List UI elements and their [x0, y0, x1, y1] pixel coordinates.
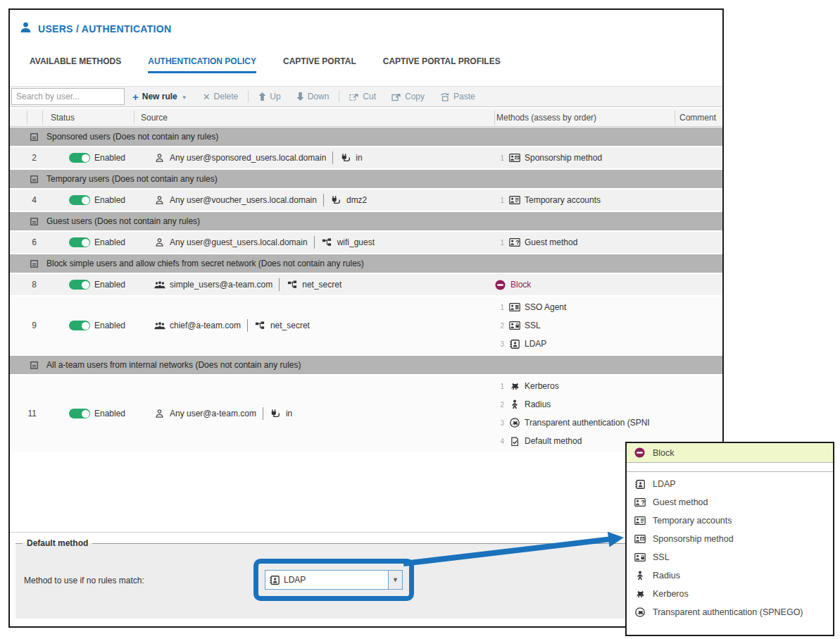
method-item: 1Sponsorship method [494, 149, 675, 167]
rule-group-header[interactable]: Guest users (Does not contain any rules) [10, 212, 722, 230]
new-rule-button[interactable]: +New rule▼ [132, 92, 187, 102]
up-button[interactable]: Up [258, 92, 280, 101]
header-divider [134, 111, 134, 125]
ssl-icon [634, 553, 646, 562]
source-user: simple_users@a-team.com [170, 280, 272, 290]
table-row[interactable]: 4EnabledAny user@voucher_users.local.dom… [10, 190, 722, 211]
method-label: Block [510, 280, 531, 290]
block-icon [494, 280, 506, 290]
method-label: LDAP [525, 339, 546, 349]
default-method-select[interactable]: LDAP ▼ [265, 570, 403, 590]
group-label: Block simple users and allow chiefs from… [46, 259, 364, 268]
source-location: net_secret [270, 321, 310, 330]
status-toggle[interactable] [69, 280, 90, 290]
tab-bar: AVAILABLE METHODSAUTHENTICATION POLICYCA… [30, 56, 501, 73]
tab-available-methods[interactable]: AVAILABLE METHODS [30, 56, 121, 73]
interface-icon [330, 195, 342, 205]
method-item: 1?Guest method [494, 233, 675, 252]
method-order: 1 [494, 304, 504, 311]
guest-icon: ? [508, 238, 520, 247]
dropdown-item-label: Radius [653, 571, 680, 581]
dropdown-item-block[interactable]: Block [627, 443, 833, 463]
rule-number: 6 [10, 237, 41, 247]
header-divider [42, 111, 43, 125]
chevron-down-icon: ▼ [392, 576, 399, 583]
dropdown-item-ldap[interactable]: LDAP [627, 475, 833, 493]
tab-authentication-policy[interactable]: AUTHENTICATION POLICY [148, 56, 256, 73]
radius-icon [634, 571, 646, 581]
table-row[interactable]: 9Enabledchief@a-team.comnet_secret1SSO A… [10, 297, 722, 354]
table-row[interactable]: 6EnabledAny user@guest_users.local.domai… [10, 232, 722, 253]
combo-dropdown-button[interactable]: ▼ [388, 571, 402, 589]
toolbar-separator [339, 91, 339, 102]
default-method-icon [508, 437, 520, 446]
dropdown-item-label: SSL [653, 552, 670, 562]
source-location: in [356, 153, 362, 163]
rule-group-header[interactable]: Block simple users and allow chiefs from… [10, 254, 722, 273]
down-button[interactable]: Down [296, 92, 330, 101]
tab-captive-portal-profiles[interactable]: CAPTIVE PORTAL PROFILES [383, 56, 501, 73]
method-order: 3 [494, 340, 504, 348]
ldap-icon [268, 576, 280, 585]
dropdown-item-guest-method[interactable]: ?Guest method [627, 493, 833, 511]
button-label: New rule [142, 92, 177, 101]
rule-methods: 1Temporary accounts [494, 190, 675, 211]
table-header: Status Source Methods (assess by order) … [10, 108, 722, 127]
rule-group-header[interactable]: Sponsored users (Does not contain any ru… [10, 128, 722, 146]
rule-source: Any user@guest_users.local.domainwifi_gu… [134, 236, 494, 249]
status-toggle[interactable] [69, 237, 90, 247]
button-label: Delete [214, 92, 239, 101]
method-order: 2 [494, 322, 504, 330]
rule-number: 8 [10, 280, 41, 290]
copy-button[interactable]: Copy [391, 92, 425, 101]
table-row[interactable]: 11EnabledAny user@a-team.comin1Kerberos2… [10, 376, 722, 452]
method-order: 1 [494, 197, 504, 204]
dropdown-item-radius[interactable]: Radius [627, 566, 833, 585]
source-user: Any user@a-team.com [170, 409, 256, 418]
dropdown-item-temporary-accounts[interactable]: Temporary accounts [627, 511, 833, 530]
rule-group-header[interactable]: Temporary users (Does not contain any ru… [10, 170, 722, 188]
paste-button[interactable]: Paste [440, 92, 475, 101]
group-label: Guest users (Does not contain any rules) [46, 216, 200, 226]
method-label: Default method [525, 436, 582, 446]
network-icon [321, 238, 333, 247]
dropdown-item-ssl[interactable]: SSL [627, 548, 833, 566]
dropdown-item-sponsorship-method[interactable]: Sponsorship method [627, 530, 833, 548]
paste-icon [440, 92, 450, 101]
page-header: USERS / AUTHENTICATION [20, 21, 171, 36]
network-icon [254, 321, 266, 330]
arrow-down-icon [296, 92, 304, 101]
caret-down-icon: ▼ [181, 92, 187, 101]
temporary-icon [508, 196, 520, 204]
user-icon [153, 153, 165, 163]
table-row[interactable]: 8Enabledsimple_users@a-team.comnet_secre… [10, 274, 722, 295]
rule-number: 2 [10, 153, 41, 163]
status-toggle[interactable] [69, 409, 90, 418]
status-badge: Enabled [94, 409, 125, 418]
source-divider [279, 278, 280, 291]
method-label: Guest method [525, 237, 577, 247]
search-input[interactable] [11, 88, 125, 105]
collapse-icon [28, 361, 40, 369]
spnego-icon [634, 607, 646, 617]
table-row[interactable]: 2EnabledAny user@sponsored_users.local.d… [10, 147, 722, 168]
group-label: Sponsored users (Does not contain any ru… [46, 132, 218, 142]
method-item: 1Temporary accounts [494, 191, 675, 209]
status-toggle[interactable] [69, 195, 90, 205]
collapse-icon [28, 175, 40, 183]
svg-text:?: ? [515, 239, 519, 246]
rule-methods: Block [494, 274, 675, 295]
rule-methods: 1SSO Agent2SSL3LDAP [494, 297, 675, 354]
interface-icon [270, 409, 282, 418]
cut-button[interactable]: Cut [349, 92, 376, 101]
source-location: dmz2 [346, 195, 367, 205]
method-label: SSL [525, 321, 541, 330]
rule-status: Enabled [41, 321, 134, 330]
status-toggle[interactable] [69, 153, 90, 163]
dropdown-item-transparent-authentication-spnego[interactable]: Transparent authentication (SPNEGO) [627, 603, 833, 621]
tab-captive-portal[interactable]: CAPTIVE PORTAL [283, 56, 356, 73]
status-toggle[interactable] [69, 321, 90, 330]
rule-group-header[interactable]: All a-team users from internal networks … [10, 356, 722, 374]
dropdown-item-kerberos[interactable]: Kerberos [627, 585, 833, 603]
delete-button[interactable]: ✕Delete [203, 92, 239, 101]
